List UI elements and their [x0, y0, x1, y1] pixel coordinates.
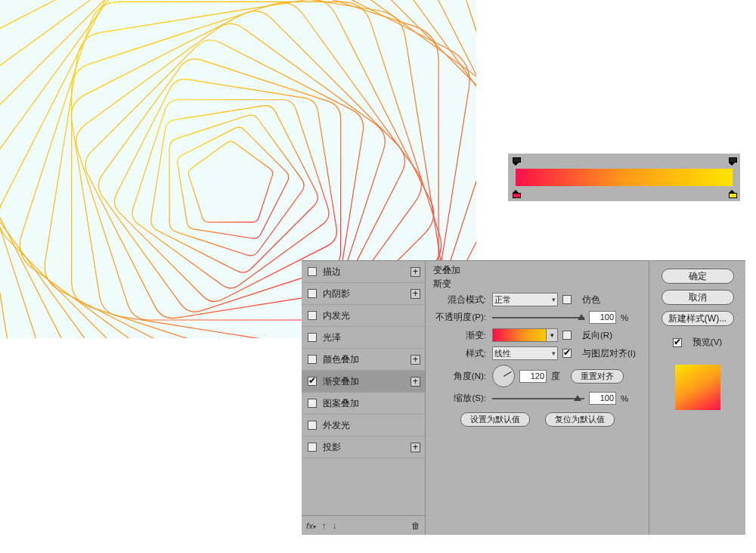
- effect-label: 外发光: [323, 420, 425, 431]
- effects-list: 描边+内阴影+内发光光泽颜色叠加+渐变叠加+图案叠加外发光投影+: [302, 261, 425, 515]
- new-style-button[interactable]: 新建样式(W)...: [662, 311, 734, 326]
- layer-style-dialog: 描边+内阴影+内发光光泽颜色叠加+渐变叠加+图案叠加外发光投影+ fx▾ ↑ ↓…: [302, 260, 745, 535]
- add-effect-icon[interactable]: +: [411, 289, 420, 299]
- effect-label: 光泽: [323, 332, 425, 343]
- section-title: 变叠加: [433, 264, 641, 277]
- add-effect-icon[interactable]: +: [411, 377, 420, 387]
- scale-slider[interactable]: [492, 398, 584, 399]
- move-up-icon[interactable]: ↑: [322, 521, 327, 530]
- opacity-stop-right[interactable]: [729, 157, 736, 166]
- style-select[interactable]: 线性▾: [492, 346, 558, 360]
- effect-row-5[interactable]: 渐变叠加+: [302, 371, 425, 393]
- angle-value[interactable]: 120: [519, 370, 547, 383]
- color-stop-left[interactable]: [513, 190, 519, 198]
- chevron-down-icon: ▾: [546, 329, 557, 341]
- effect-label: 颜色叠加: [323, 354, 425, 365]
- preview-label: 预览(V): [692, 337, 722, 348]
- effect-checkbox[interactable]: [308, 443, 317, 452]
- scale-value[interactable]: 100: [589, 392, 616, 405]
- effect-checkbox[interactable]: [308, 355, 317, 364]
- add-effect-icon[interactable]: +: [411, 267, 420, 277]
- set-default-button[interactable]: 设置为默认值: [460, 412, 530, 427]
- reset-default-button[interactable]: 复位为默认值: [545, 412, 615, 427]
- settings-column: 变叠加 斯变 混合模式: 正常▾ 仿色 不透明度(P): 100 % 渐变: ▾…: [425, 261, 649, 535]
- effect-checkbox[interactable]: [308, 289, 317, 298]
- effect-checkbox[interactable]: [308, 399, 317, 408]
- effect-row-2[interactable]: 内发光: [302, 305, 425, 327]
- effect-label: 渐变叠加: [323, 376, 425, 387]
- dither-label: 仿色: [582, 294, 600, 306]
- align-label: 与图层对齐(I): [582, 348, 636, 359]
- effect-checkbox[interactable]: [308, 267, 317, 276]
- effect-label: 投影: [323, 442, 425, 453]
- scale-label: 缩放(S):: [433, 393, 488, 404]
- effect-row-6[interactable]: 图案叠加: [302, 393, 425, 415]
- effect-checkbox[interactable]: [308, 377, 317, 386]
- move-down-icon[interactable]: ↓: [333, 521, 337, 530]
- effect-row-0[interactable]: 描边+: [302, 261, 425, 283]
- opacity-value[interactable]: 100: [589, 311, 616, 324]
- align-checkbox[interactable]: [562, 349, 572, 358]
- reset-align-button[interactable]: 重置对齐: [571, 369, 624, 384]
- effect-row-3[interactable]: 光泽: [302, 327, 425, 349]
- effect-label: 描边: [323, 266, 425, 278]
- effect-checkbox[interactable]: [308, 333, 317, 342]
- effect-row-7[interactable]: 外发光: [302, 415, 425, 436]
- blend-mode-select[interactable]: 正常▾: [492, 293, 558, 306]
- gradient-editor-strip[interactable]: [508, 154, 740, 201]
- gradient-swatch[interactable]: ▾: [492, 328, 558, 342]
- effect-row-8[interactable]: 投影+: [302, 436, 425, 458]
- chevron-down-icon: ▾: [552, 296, 556, 303]
- cancel-button[interactable]: 取消: [662, 290, 734, 305]
- effects-footer: fx▾ ↑ ↓ 🗑: [302, 515, 425, 535]
- gradient-bar[interactable]: [516, 169, 733, 186]
- effect-label: 内阴影: [323, 288, 425, 300]
- add-effect-icon[interactable]: +: [411, 443, 420, 452]
- section-subtitle: 斯变: [433, 278, 641, 290]
- preview-swatch: [675, 365, 720, 410]
- trash-icon[interactable]: 🗑: [411, 521, 420, 530]
- opacity-slider[interactable]: [492, 317, 584, 318]
- effect-row-1[interactable]: 内阴影+: [302, 283, 425, 305]
- effect-label: 内发光: [323, 310, 425, 322]
- chevron-down-icon: ▾: [552, 350, 556, 357]
- add-effect-icon[interactable]: +: [411, 355, 420, 365]
- ok-button[interactable]: 确定: [662, 269, 734, 284]
- effect-checkbox[interactable]: [308, 421, 317, 430]
- effects-column: 描边+内阴影+内发光光泽颜色叠加+渐变叠加+图案叠加外发光投影+ fx▾ ↑ ↓…: [302, 261, 425, 535]
- style-label: 样式:: [433, 348, 488, 359]
- fx-button[interactable]: fx▾: [306, 521, 316, 530]
- preview-checkbox[interactable]: [673, 338, 682, 347]
- blend-mode-label: 混合模式:: [433, 294, 488, 306]
- effect-label: 图案叠加: [323, 398, 425, 409]
- reverse-label: 反向(R): [582, 330, 612, 341]
- angle-dial[interactable]: [492, 365, 515, 387]
- buttons-column: 确定 取消 新建样式(W)... 预览(V): [649, 261, 745, 535]
- reverse-checkbox[interactable]: [562, 331, 572, 340]
- opacity-stop-left[interactable]: [513, 157, 519, 166]
- color-stop-right[interactable]: [729, 190, 736, 198]
- effect-checkbox[interactable]: [308, 311, 317, 320]
- dither-checkbox[interactable]: [562, 295, 572, 304]
- gradient-label: 渐变:: [433, 330, 488, 341]
- effect-row-4[interactable]: 颜色叠加+: [302, 349, 425, 371]
- angle-label: 角度(N):: [433, 371, 488, 382]
- opacity-label: 不透明度(P):: [433, 312, 488, 323]
